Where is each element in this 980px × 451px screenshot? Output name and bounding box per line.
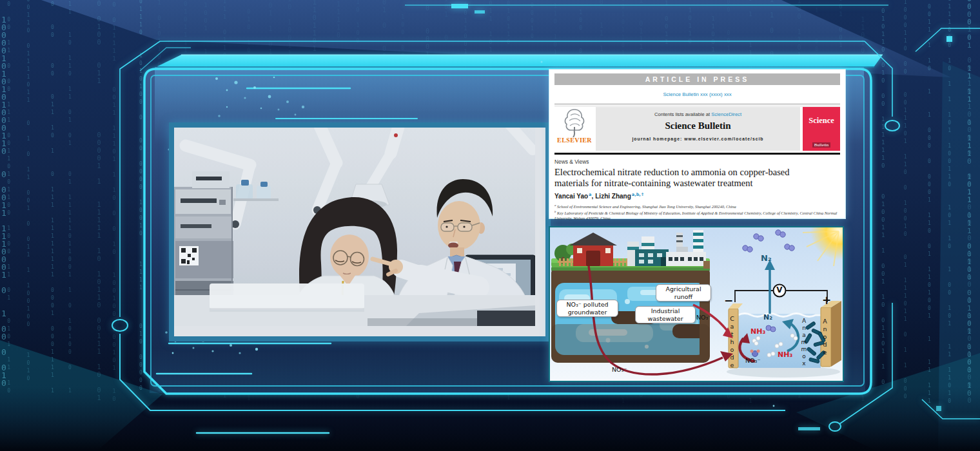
masthead-rule xyxy=(554,153,840,155)
affiliation-superscript: b xyxy=(554,210,556,213)
agricultural-label-line1: Agricultural xyxy=(658,285,709,293)
article-title-line2: materials for nitrate-containing wastewa… xyxy=(554,178,789,189)
particle-dot xyxy=(193,347,195,349)
particle-dot xyxy=(302,106,304,108)
particle-dot xyxy=(239,352,240,354)
particle-dot xyxy=(773,405,775,407)
particle-dot xyxy=(268,95,271,99)
author-name: Yancai Yao xyxy=(554,193,588,200)
particle-dot xyxy=(273,77,275,79)
author-separator: , xyxy=(591,193,593,200)
particle-dot xyxy=(253,86,256,89)
industrial-wastewater-label: Industrial wastewater xyxy=(635,306,696,323)
cover-subtitle: Bulletin xyxy=(812,142,831,148)
particle-dot xyxy=(234,81,237,84)
particle-dot xyxy=(215,77,218,80)
no3-inside-label: NO₃⁻ xyxy=(745,357,760,364)
particle-dot xyxy=(230,344,232,347)
header-divider xyxy=(554,104,840,106)
lab-photo-illustration xyxy=(174,128,535,326)
particle-dot xyxy=(541,61,543,63)
n2-inside-label: N₂ xyxy=(763,313,772,321)
agricultural-label-line2: runoff xyxy=(658,293,709,301)
affiliation-row: b Key Laboratory of Pesticide & Chemical… xyxy=(554,209,840,221)
contents-line: Contents lists available at ScienceDirec… xyxy=(596,111,800,117)
nh3-left-label: NH₃ xyxy=(750,327,765,336)
author-name: Lizhi Zhang xyxy=(595,193,631,200)
no3-upper-label: NO₃⁻ xyxy=(696,314,711,321)
minus-terminal: − xyxy=(724,294,733,307)
author-superscript: a,b,⇑ xyxy=(632,192,644,197)
affiliation-superscript: a xyxy=(554,204,556,207)
cool-tint-overlay xyxy=(174,128,535,326)
affiliation-text: Key Laboratory of Pesticide & Chemical B… xyxy=(554,211,837,220)
paper-affiliations: a School of Environmental Science and En… xyxy=(554,203,840,221)
cathode-label: Cathode xyxy=(729,315,738,369)
affiliation-text: School of Environmental Science and Engi… xyxy=(557,204,736,209)
journal-header: ELSEVIER Contents lists available at Sci… xyxy=(554,107,840,151)
voltmeter-label: V xyxy=(774,285,785,294)
article-title-line1: Electrochemical nitrate reduction to amm… xyxy=(554,167,789,178)
journal-title: Science Bulletin xyxy=(596,120,800,131)
top-accent-bar xyxy=(157,55,883,66)
nh3-right-label: NH₃ xyxy=(778,350,792,359)
particle-dot xyxy=(278,109,280,111)
particle-dot xyxy=(165,331,168,334)
particle-dot xyxy=(260,108,262,110)
broadcast-graphic-canvas: 1 1 0 0 0 0 1 1 0 0 0 1 1 1 0 0 1 1 0 1 … xyxy=(0,0,980,451)
paper-authors: Yancai Yaoa,Lizhi Zhanga,b,⇑ xyxy=(554,192,644,200)
no3-lower-label: NO₃⁻ xyxy=(612,366,627,373)
section-label: News & Views xyxy=(554,158,589,165)
affiliation-row: a School of Environmental Science and En… xyxy=(554,203,840,209)
elsevier-tree-icon xyxy=(562,108,587,137)
anammox-label: Anammox xyxy=(801,318,810,369)
industrial-label-line2: wastewater xyxy=(638,315,693,323)
journal-citation: Science Bulletin xxx (xxxx) xxx xyxy=(549,91,845,97)
journal-masthead: Contents lists available at ScienceDirec… xyxy=(596,107,800,151)
graphical-abstract-panel: NO₃⁻ polluted groundwater Agricultural r… xyxy=(549,226,844,382)
groundwater-label: NO₃⁻ polluted groundwater xyxy=(556,300,618,317)
paper-first-page: ARTICLE IN PRESS Science Bulletin xxx (x… xyxy=(549,69,846,219)
groundwater-label-line2: groundwater xyxy=(559,309,616,316)
anode-label: Anode xyxy=(821,318,831,368)
particle-dot xyxy=(172,352,174,354)
cover-title: Science xyxy=(803,116,840,126)
particle-dot xyxy=(211,350,213,352)
elsevier-wordmark: ELSEVIER xyxy=(554,137,594,144)
particle-dot xyxy=(255,348,258,350)
elsevier-logo: ELSEVIER xyxy=(554,107,594,151)
n2-released-label: N₂ xyxy=(761,253,772,263)
sciencedirect-link: ScienceDirect xyxy=(711,111,741,117)
article-title: Electrochemical nitrate reduction to amm… xyxy=(554,167,789,189)
journal-homepage: journal homepage: www.elsevier.com/locat… xyxy=(596,137,800,141)
journal-cover-thumbnail: Science Bulletin www.scibull.com xyxy=(803,107,840,151)
agricultural-runoff-label: Agricultural runoff xyxy=(656,284,711,302)
particle-dot xyxy=(286,101,289,103)
industrial-label-line1: Industrial xyxy=(638,307,693,315)
particle-dot xyxy=(218,115,220,117)
lab-photo-panel xyxy=(169,122,551,341)
contents-text: Contents lists available at xyxy=(654,111,711,117)
particle-dot xyxy=(244,97,246,99)
particle-dot xyxy=(226,106,228,108)
particle-dot xyxy=(226,90,228,91)
particle-dot xyxy=(295,114,297,116)
plus-terminal: + xyxy=(822,294,831,307)
groundwater-label-line1: NO₃⁻ polluted xyxy=(559,301,616,309)
article-in-press-banner: ARTICLE IN PRESS xyxy=(554,73,840,85)
